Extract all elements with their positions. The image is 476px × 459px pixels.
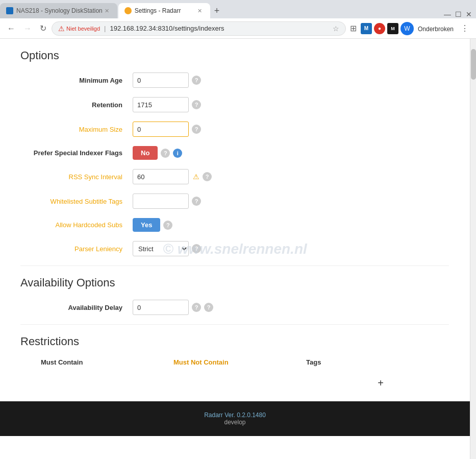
nav-bar: ← → ↻ ⚠ Niet beveiligd | 192.168.192.34:…	[0, 18, 476, 39]
rss-sync-row: RSS Sync Interval ⚠ ?	[20, 169, 449, 184]
warning-triangle-icon: ⚠	[58, 25, 65, 33]
tab-icon-radarr	[124, 7, 132, 14]
allow-hardcoded-subs-help-icon[interactable]: ?	[163, 221, 172, 230]
nav-icons: ⊞ M ● M W Onderbroken ⋮	[348, 21, 472, 35]
prefer-special-flags-info-icon[interactable]: i	[173, 149, 182, 158]
forward-button[interactable]: →	[20, 22, 35, 35]
page-content: Options Minimum Age ? Retention ? Maximu…	[0, 39, 470, 459]
profile-button[interactable]: W	[400, 22, 414, 35]
prefer-special-flags-row: Prefer Special Indexer Flags No ? i	[20, 146, 449, 160]
must-not-contain-header: Must Not Contain	[173, 358, 306, 366]
minimum-age-label: Minimum Age	[20, 77, 133, 84]
rss-sync-label: RSS Sync Interval	[20, 173, 133, 181]
extensions-icon[interactable]: M	[361, 23, 372, 34]
tab-radarr[interactable]: Settings - Radarr ✕	[118, 3, 210, 18]
lastpass-icon[interactable]: ●	[374, 23, 385, 34]
availability-delay-row: Availability Delay ? ?	[20, 300, 449, 315]
rss-sync-input[interactable]	[133, 169, 189, 184]
translate-icon[interactable]: ⊞	[348, 21, 359, 35]
prefer-special-flags-toggle[interactable]: No	[133, 146, 158, 160]
new-tab-button[interactable]: +	[210, 3, 224, 18]
whitelisted-subtitle-tags-label: Whitelisted Subtitle Tags	[20, 198, 133, 205]
parser-leniency-help-icon[interactable]: ?	[192, 244, 201, 253]
minimum-age-row: Minimum Age ?	[20, 73, 449, 88]
bookmark-star-icon[interactable]: ☆	[333, 25, 339, 33]
availability-delay-help-icon-2[interactable]: ?	[204, 303, 213, 312]
restrictions-section-title: Restrictions	[20, 335, 449, 348]
scrollbar-track	[470, 39, 476, 459]
section-divider-2	[20, 324, 449, 325]
parser-leniency-row: Parser Leniency Strict Lenient ?	[20, 241, 449, 256]
address-text: 192.168.192.34:8310/settings/indexers	[110, 25, 330, 32]
add-restriction-button[interactable]: +	[373, 375, 388, 391]
restrictions-header: Must Contain Must Not Contain Tags	[20, 358, 449, 370]
whitelisted-subtitle-tags-input[interactable]	[133, 194, 189, 209]
page-wrapper: Options Minimum Age ? Retention ? Maximu…	[0, 39, 476, 459]
gmail-icon[interactable]: M	[387, 23, 398, 34]
tab-close-radarr[interactable]: ✕	[195, 7, 204, 15]
footer: Radarr Ver. 0.2.0.1480 develop	[0, 401, 470, 436]
rss-sync-help-icon[interactable]: ?	[203, 172, 212, 181]
address-separator: |	[104, 25, 106, 32]
profile-name-button[interactable]: Onderbroken	[416, 23, 456, 34]
reload-button[interactable]: ↻	[37, 21, 49, 35]
retention-row: Retention ?	[20, 97, 449, 112]
allow-hardcoded-subs-label: Allow Hardcoded Subs	[20, 221, 133, 229]
retention-input[interactable]	[133, 97, 189, 112]
parser-leniency-select[interactable]: Strict Lenient	[133, 241, 189, 256]
maximize-button[interactable]: ☐	[455, 10, 462, 18]
address-bar[interactable]: ⚠ Niet beveiligd | 192.168.192.34:8310/s…	[52, 21, 346, 36]
tab-bar: NAS218 - Synology DiskStation ✕ Settings…	[0, 0, 476, 18]
footer-version: Radarr Ver. 0.2.0.1480	[10, 412, 460, 419]
tab-icon-nas218	[6, 7, 13, 14]
availability-delay-label: Availability Delay	[20, 304, 133, 311]
not-secure-indicator: ⚠ Niet beveiligd	[58, 25, 100, 33]
main-content: Options Minimum Age ? Retention ? Maximu…	[0, 39, 469, 401]
retention-help-icon[interactable]: ?	[192, 100, 201, 109]
allow-hardcoded-subs-toggle[interactable]: Yes	[133, 218, 160, 232]
retention-label: Retention	[20, 101, 133, 109]
prefer-special-flags-label: Prefer Special Indexer Flags	[20, 149, 133, 157]
tab-label-nas218: NAS218 - Synology DiskStation	[16, 7, 103, 14]
maximum-size-row: Maximum Size ?	[20, 122, 449, 137]
allow-hardcoded-subs-row: Allow Hardcoded Subs Yes ?	[20, 218, 449, 232]
minimum-age-help-icon[interactable]: ?	[192, 76, 201, 85]
tab-nas218[interactable]: NAS218 - Synology DiskStation ✕	[0, 3, 117, 18]
minimize-button[interactable]: —	[444, 10, 451, 18]
menu-button[interactable]: ⋮	[458, 21, 472, 35]
whitelisted-subtitle-tags-row: Whitelisted Subtitle Tags ?	[20, 194, 449, 209]
options-section-title: Options	[20, 49, 449, 62]
rss-sync-warning-icon: ⚠	[193, 173, 199, 181]
back-button[interactable]: ←	[4, 22, 18, 35]
maximum-size-help-icon[interactable]: ?	[192, 125, 201, 134]
close-button[interactable]: ✕	[466, 10, 472, 18]
section-divider-1	[20, 265, 449, 266]
availability-options-title: Availability Options	[20, 276, 449, 289]
scrollbar-thumb[interactable]	[471, 49, 476, 80]
add-restriction-row: +	[20, 375, 449, 391]
tags-header: Tags	[306, 358, 388, 366]
availability-delay-input[interactable]	[133, 300, 189, 315]
footer-branch: develop	[10, 419, 460, 426]
tab-close-nas218[interactable]: ✕	[103, 7, 111, 15]
maximum-size-label: Maximum Size	[20, 126, 133, 133]
tab-label-radarr: Settings - Radarr	[135, 7, 181, 14]
minimum-age-input[interactable]	[133, 73, 189, 88]
maximum-size-input[interactable]	[133, 122, 189, 137]
availability-delay-help-icon-1[interactable]: ?	[192, 303, 201, 312]
prefer-special-flags-help-icon[interactable]: ?	[161, 149, 170, 158]
must-contain-header: Must Contain	[41, 358, 173, 366]
version-text: Radarr Ver. 0.2.0.1480	[204, 412, 266, 419]
whitelisted-subtitle-tags-help-icon[interactable]: ?	[192, 197, 201, 206]
parser-leniency-label: Parser Leniency	[20, 245, 133, 253]
